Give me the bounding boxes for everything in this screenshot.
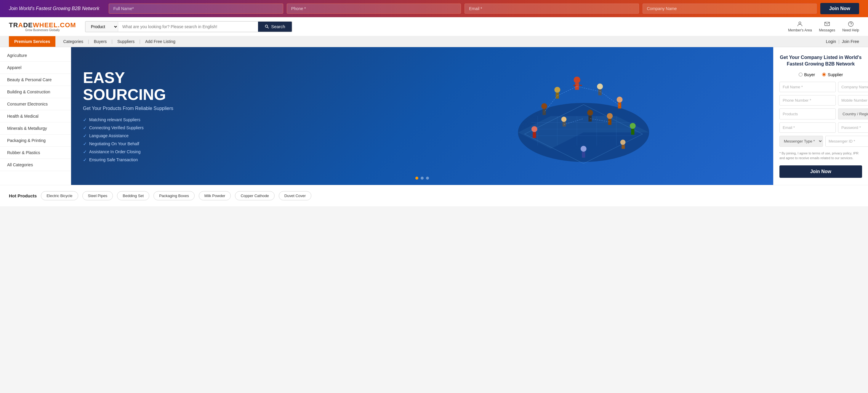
reg-products-input[interactable]: [779, 109, 836, 119]
hot-tag-milk-powder[interactable]: Milk Powder: [199, 191, 231, 200]
main-content: Agriculture Apparel Beauty & Personal Ca…: [0, 47, 868, 185]
svg-rect-18: [573, 85, 576, 86]
logo[interactable]: TRADEWHEEL.COM Grow Businesses Globally: [9, 21, 76, 32]
search-category-select[interactable]: Product: [86, 22, 118, 32]
supplier-radio[interactable]: [822, 72, 826, 77]
reg-fullname-input[interactable]: [779, 82, 836, 92]
svg-point-0: [266, 25, 268, 27]
buyer-radio[interactable]: [799, 72, 803, 77]
reg-email-input[interactable]: [779, 122, 836, 133]
reg-phone-input[interactable]: [779, 95, 836, 105]
isometric-world-graphic: [387, 47, 774, 185]
search-button[interactable]: Search: [258, 22, 292, 32]
sidebar-item-electronics[interactable]: Consumer Electronics: [0, 98, 71, 110]
svg-rect-29: [588, 116, 592, 122]
svg-point-16: [574, 77, 580, 83]
reg-country-select[interactable]: Country / Region: [838, 109, 868, 119]
banner-text: Join World's Fastest Growing B2B Network: [9, 6, 99, 11]
hot-tag-bedding-set[interactable]: Bedding Set: [117, 191, 149, 200]
svg-point-24: [541, 103, 547, 109]
hero-feature-3: Language Assistance: [83, 133, 173, 139]
sidebar-item-health[interactable]: Health & Medical: [0, 110, 71, 122]
sidebar-item-packaging[interactable]: Packaging & Printing: [0, 134, 71, 147]
sidebar-item-rubber[interactable]: Rubber & Plastics: [0, 147, 71, 159]
slider-dots: [415, 177, 429, 180]
need-help-label: Need Help: [842, 28, 859, 32]
reg-password-input[interactable]: [838, 122, 868, 133]
svg-point-22: [597, 84, 603, 90]
supplier-label: Supplier: [828, 72, 843, 77]
svg-point-4: [848, 22, 853, 27]
sidebar-item-agriculture[interactable]: Agriculture: [0, 50, 71, 62]
nav-buyers[interactable]: Buyers: [89, 36, 112, 47]
sidebar-item-apparel[interactable]: Apparel: [0, 62, 71, 74]
svg-line-42: [577, 87, 599, 92]
nav-links: Categories | Buyers | Suppliers | Add Fr…: [58, 36, 180, 47]
messages-icon: [824, 21, 830, 27]
sidebar-item-building[interactable]: Building & Construction: [0, 86, 71, 98]
reg-disclaimer: * By joining, I agree to terms of use, p…: [779, 151, 862, 161]
hot-tag-copper-cathode[interactable]: Copper Cathode: [235, 191, 274, 200]
reg-company-input[interactable]: [838, 82, 868, 92]
svg-rect-41: [622, 145, 625, 149]
nav-suppliers[interactable]: Suppliers: [113, 36, 139, 47]
hot-products-bar: Hot Products Electric Bicycle Steel Pipe…: [0, 185, 868, 206]
buyer-label: Buyer: [804, 72, 815, 77]
hero-feature-1: Matching relevant Suppliers: [83, 117, 173, 123]
members-area-label: Member's Area: [788, 28, 812, 32]
search-input[interactable]: [118, 22, 258, 32]
hot-tag-electric-bicycle[interactable]: Electric Bicycle: [41, 191, 78, 200]
banner-join-now-button[interactable]: Join Now: [820, 3, 859, 14]
svg-point-40: [620, 140, 625, 145]
help-icon: [847, 21, 854, 27]
premium-services-button[interactable]: Premium Services: [9, 36, 55, 47]
nav-categories[interactable]: Categories: [58, 36, 88, 47]
buyer-radio-label[interactable]: Buyer: [799, 72, 815, 77]
svg-point-26: [617, 97, 622, 102]
nav-login[interactable]: Login: [826, 39, 836, 44]
messages-link[interactable]: Messages: [819, 21, 835, 32]
sidebar-item-beauty[interactable]: Beauty & Personal Care: [0, 74, 71, 86]
svg-rect-23: [598, 90, 601, 95]
hot-tag-steel-pipes[interactable]: Steel Pipes: [82, 191, 113, 200]
slider-dot-2[interactable]: [421, 177, 424, 180]
search-btn-label: Search: [271, 24, 285, 29]
hot-products-label: Hot Products: [9, 193, 37, 198]
svg-line-43: [557, 87, 577, 96]
supplier-radio-label[interactable]: Supplier: [822, 72, 843, 77]
banner-company-input[interactable]: [643, 4, 817, 13]
hero-feature-6: Ensuring Safe Transaction: [83, 157, 173, 163]
nav-right: Login | Join Free: [826, 39, 859, 44]
hot-tag-duvet-cover[interactable]: Duvet Cover: [279, 191, 311, 200]
need-help-link[interactable]: Need Help: [842, 21, 859, 32]
hero-feature-5: Assistance In Order Closing: [83, 149, 173, 155]
nav-bar: Premium Services Categories | Buyers | S…: [0, 36, 868, 47]
reg-join-now-button[interactable]: Join Now: [779, 165, 862, 178]
reg-row-5: Messenger Type *: [779, 136, 862, 147]
svg-rect-39: [582, 152, 585, 158]
reg-messenger-id-input[interactable]: [825, 136, 868, 147]
nav-add-listing[interactable]: Add Free Listing: [141, 36, 180, 47]
reg-messenger-type-select[interactable]: Messenger Type *: [779, 136, 823, 147]
svg-point-30: [561, 117, 566, 122]
banner-email-input[interactable]: [465, 4, 639, 13]
members-area-link[interactable]: Member's Area: [788, 21, 812, 32]
sidebar-item-minerals[interactable]: Minerals & Metallurgy: [0, 122, 71, 134]
logo-wheel: WHEEL: [33, 21, 58, 29]
reg-row-3: Country / Region: [779, 109, 862, 119]
hot-tag-packaging-boxes[interactable]: Packaging Boxes: [153, 191, 194, 200]
svg-line-44: [600, 91, 619, 105]
hero-features: Matching relevant Suppliers Connecting V…: [83, 117, 173, 163]
slider-dot-1[interactable]: [415, 177, 418, 180]
hero-feature-4: Negotiating On Your Behalf: [83, 141, 173, 147]
banner-fullname-input[interactable]: [109, 4, 283, 13]
nav-join-free[interactable]: Join Free: [842, 39, 859, 44]
slider-dot-3[interactable]: [426, 177, 429, 180]
logo-tagline: Grow Businesses Globally: [25, 28, 60, 32]
logo-text: TRADEWHEEL.COM: [9, 21, 76, 29]
reg-mobile-input[interactable]: [838, 95, 868, 105]
hero-feature-2: Connecting Verified Suppliers: [83, 125, 173, 131]
logo-com: .COM: [58, 21, 76, 29]
sidebar-item-all-categories[interactable]: All Categories: [0, 159, 71, 171]
banner-phone-input[interactable]: [287, 4, 461, 13]
